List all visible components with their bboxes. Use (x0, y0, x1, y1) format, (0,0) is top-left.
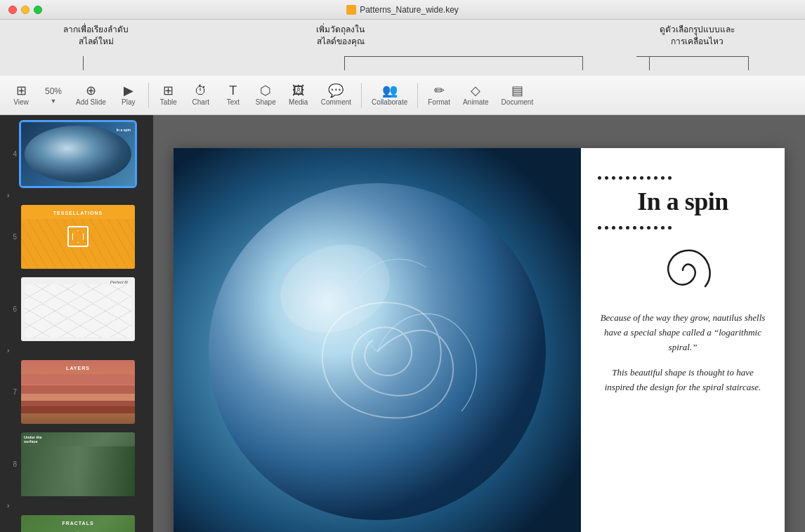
dot (668, 226, 672, 230)
traffic-lights[interactable] (0, 6, 42, 14)
document-icon: ▤ (511, 84, 523, 97)
dot (598, 226, 601, 230)
annotation-right: ดูตัวเลือกรูปแบบและ การเคลื่อนไหว (660, 24, 735, 48)
close-button[interactable] (8, 6, 17, 14)
title-bar: Patterns_Nature_wide.key (0, 0, 805, 20)
dot (654, 226, 657, 230)
line-center-left (344, 56, 345, 70)
slide-item-9[interactable]: FRACTALS Fractal patterns appear in many… (0, 511, 153, 532)
document-button[interactable]: ▤ Document (496, 81, 539, 109)
view-button[interactable]: ⊞ View (6, 81, 37, 109)
dot (612, 176, 615, 180)
chevron-icon: › (7, 192, 9, 199)
chart-icon: ⏱ (195, 84, 207, 97)
slide-number-5: 5 (7, 233, 17, 241)
slide-thumb-8[interactable]: Under thesurface (21, 432, 135, 496)
media-icon: 🖼 (292, 84, 305, 97)
media-button[interactable]: 🖼 Media (283, 81, 314, 109)
line-right (636, 56, 749, 57)
dot (619, 226, 622, 230)
dot (626, 226, 629, 230)
animate-icon: ◇ (471, 84, 480, 97)
dot (633, 226, 636, 230)
decorative-dots-middle (598, 226, 672, 230)
dot (619, 176, 622, 180)
slide-item-8[interactable]: 8 Under thesurface (0, 428, 153, 500)
slide-canvas[interactable]: In a spin (174, 148, 785, 532)
slide-item-7[interactable]: 7 LAYERS (0, 356, 153, 428)
line-right-left (748, 56, 749, 70)
dot (640, 176, 643, 180)
add-slide-button[interactable]: ⊕ Add Slide (70, 81, 112, 109)
dot (605, 226, 608, 230)
chevron-row-5[interactable]: › (0, 190, 153, 201)
slide-panel[interactable]: 4 In a spin › 5 TESSELLATIONS (0, 115, 153, 532)
collaborate-icon: 👥 (382, 84, 398, 97)
view-icon: ⊞ (16, 84, 27, 97)
slide-item-5[interactable]: 5 TESSELLATIONS (0, 201, 153, 273)
table-button[interactable]: ⊞ Table (153, 81, 184, 109)
thumb-9-label: FRACTALS (21, 521, 135, 526)
dot (661, 226, 665, 230)
slide-number-8: 8 (7, 460, 17, 468)
collaborate-button[interactable]: 👥 Collaborate (366, 81, 413, 109)
chevron-icon-7: › (7, 347, 9, 354)
toolbar: ⊞ View 50% ▼ ⊕ Add Slide ▶ Play ⊞ Table … (0, 76, 805, 115)
text-button[interactable]: T Text (218, 81, 249, 109)
slide-number-6: 6 (7, 305, 17, 313)
slide-thumb-4[interactable]: In a spin (21, 122, 135, 186)
dot (647, 226, 650, 230)
minimize-button[interactable] (21, 6, 30, 14)
comment-icon: 💬 (328, 84, 343, 97)
zoom-button[interactable]: 50% ▼ (38, 84, 69, 107)
chevron-row-7[interactable]: › (0, 345, 153, 356)
annotation-center: เพิ่มวัตถุลงใน สไลด์ของคุณ (316, 24, 365, 48)
thumb-7-label: LAYERS (21, 366, 135, 371)
separator-1 (148, 83, 149, 108)
shape-icon: ⬡ (260, 84, 271, 97)
slide-image (174, 148, 609, 532)
slide-thumb-9[interactable]: FRACTALS Fractal patterns appear in many… (21, 515, 135, 532)
dot (612, 226, 615, 230)
dot (647, 176, 650, 180)
shape-button[interactable]: ⬡ Shape (250, 81, 282, 109)
canvas-area[interactable]: In a spin (153, 115, 805, 532)
line-right-right (649, 56, 650, 70)
dot (605, 176, 608, 180)
slide-number-7: 7 (7, 388, 17, 396)
decorative-dots-top (598, 176, 672, 180)
dot (661, 176, 665, 180)
add-slide-icon: ⊕ (86, 84, 96, 97)
slide-text-panel: In a spin (581, 148, 785, 532)
dot (633, 176, 636, 180)
line-center-right (582, 56, 583, 70)
annotation-left: ลากเพื่อเรียงลำดับ สไลด์ใหม่ (63, 24, 129, 48)
chevron-icon-9: › (7, 502, 9, 510)
separator-2 (361, 83, 362, 108)
chart-button[interactable]: ⏱ Chart (185, 81, 216, 109)
animate-button[interactable]: ◇ Animate (457, 81, 495, 109)
comment-button[interactable]: 💬 Comment (315, 81, 357, 109)
zoom-chevron-icon: ▼ (51, 98, 57, 105)
chevron-row-9[interactable]: › (0, 500, 153, 511)
dot (640, 226, 643, 230)
table-icon: ⊞ (163, 84, 174, 97)
dot (626, 176, 629, 180)
slide-item-4[interactable]: 4 In a spin (0, 118, 153, 190)
play-icon: ▶ (124, 84, 133, 97)
dot (598, 176, 601, 180)
slide-body-1: Because of the way they grow, nautilus s… (598, 311, 768, 354)
spiral-icon (655, 242, 711, 298)
format-icon: ✏ (434, 84, 445, 97)
window-title: Patterns_Nature_wide.key (346, 5, 459, 15)
slide-thumb-6[interactable]: Perfect fit (21, 277, 135, 341)
maximize-button[interactable] (34, 6, 42, 14)
annotations-row: ลากเพื่อเรียงลำดับ สไลด์ใหม่ เพิ่มวัตถุล… (0, 20, 805, 76)
slide-body-2: This beautiful shape is thought to have … (598, 366, 768, 395)
format-button[interactable]: ✏ Format (422, 81, 456, 109)
slide-thumb-7[interactable]: LAYERS (21, 360, 135, 424)
dot (668, 176, 672, 180)
slide-thumb-5[interactable]: TESSELLATIONS (21, 205, 135, 269)
play-button[interactable]: ▶ Play (113, 81, 144, 109)
slide-item-6[interactable]: 6 Perfect fit (0, 273, 153, 345)
